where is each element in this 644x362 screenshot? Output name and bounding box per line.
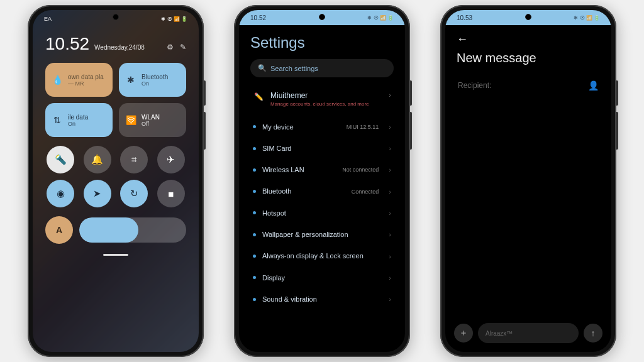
settings-list: My deviceMIUI 12.5.11›SIM Card›Wireless …	[250, 116, 394, 310]
tile-mobile-data[interactable]: ⇅ ile data On	[45, 103, 113, 137]
bullet-icon	[253, 190, 256, 193]
bullet-icon	[253, 276, 256, 279]
drag-handle[interactable]	[103, 254, 128, 256]
updown-icon: ⇅	[52, 115, 63, 125]
tile-data-plan[interactable]: 💧 own data pla — MR	[45, 63, 113, 97]
bullet-icon	[253, 211, 256, 214]
settings-row[interactable]: Always-on display & Lock screen›	[250, 245, 394, 266]
settings-row[interactable]: SIM Card›	[250, 138, 394, 159]
message-body	[445, 98, 611, 317]
tile-sub: Off	[142, 121, 160, 127]
compose-input[interactable]: Alraazx™	[478, 323, 579, 343]
row-label: Sound & vibration	[262, 295, 379, 304]
row-label: Bluetooth	[262, 187, 345, 195]
slider-fill	[79, 217, 138, 243]
phone-frame-2: 10.52 ✱ ⦿ 📶 🔋 Settings 🔍 Search settings…	[234, 5, 410, 357]
tile-label: WLAN	[142, 114, 160, 121]
time-row: 10.52 Wednesday,24/08 ⚙ ✎	[45, 34, 186, 54]
row-label: Always-on display & Lock screen	[262, 251, 379, 260]
compose-placeholder: Alraazx™	[486, 330, 513, 337]
status-icons: ✱ ⦿ 📶 🔋	[161, 16, 187, 22]
clock-date: Wednesday,24/08	[94, 44, 145, 51]
chevron-right-icon: ›	[389, 274, 391, 282]
camera-notch	[319, 14, 325, 20]
bell-toggle[interactable]: 🔔	[84, 146, 111, 173]
chevron-right-icon: ›	[389, 123, 391, 131]
page-title: New message	[457, 51, 600, 65]
phone-frame-1: EA ✱ ⦿ 📶 🔋 10.52 Wednesday,24/08 ⚙ ✎ 💧 o…	[28, 5, 204, 357]
edit-icon[interactable]: ✎	[180, 43, 186, 52]
pencil-icon: ✏️	[253, 91, 264, 102]
back-button[interactable]: ←	[457, 33, 600, 46]
settings-row[interactable]: BluetoothConnected›	[250, 180, 394, 202]
account-subtitle: Manage accounts, cloud services, and mor…	[270, 101, 369, 107]
settings-row[interactable]: Wallpaper & personalization›	[250, 224, 394, 245]
qr-toggle[interactable]: ⌗	[120, 146, 148, 173]
search-placeholder: Search settings	[270, 65, 318, 72]
brightness-slider[interactable]	[79, 217, 186, 243]
bullet-icon	[253, 255, 256, 258]
settings-screen: 10.52 ✱ ⦿ 📶 🔋 Settings 🔍 Search settings…	[239, 10, 405, 352]
row-value: MIUI 12.5.11	[347, 124, 379, 130]
auto-brightness-toggle[interactable]: A	[45, 216, 73, 244]
row-value: Not connected	[342, 167, 379, 173]
chevron-right-icon: ›	[389, 145, 391, 152]
recipient-field[interactable]: Recipient: 👤	[445, 65, 611, 98]
status-time: 10.52	[250, 14, 266, 21]
status-time: 10.53	[457, 14, 472, 21]
row-label: Hotspot	[262, 209, 379, 217]
drop-icon: 💧	[52, 75, 63, 85]
recipient-label: Recipient:	[458, 81, 491, 90]
rotate-toggle[interactable]: ↻	[120, 180, 148, 207]
carrier-label: EA	[44, 16, 52, 22]
tile-label: Bluetooth	[142, 74, 168, 80]
account-row[interactable]: ✏️ Miuithemer Manage accounts, cloud ser…	[250, 86, 394, 116]
search-icon: 🔍	[258, 64, 267, 72]
row-value: Connected	[352, 189, 379, 195]
chevron-right-icon: ›	[389, 253, 391, 260]
add-attachment-button[interactable]: ＋	[454, 324, 473, 343]
row-label: Wallpaper & personalization	[262, 230, 379, 239]
clock-time: 10.52	[45, 34, 89, 54]
chevron-right-icon: ›	[389, 209, 391, 217]
settings-row[interactable]: Display›	[250, 267, 394, 288]
tile-sub: — MR	[68, 80, 104, 87]
eye-toggle[interactable]: ◉	[47, 180, 74, 207]
settings-row[interactable]: Hotspot›	[250, 202, 394, 224]
settings-row[interactable]: Sound & vibration›	[250, 288, 394, 310]
search-settings[interactable]: 🔍 Search settings	[250, 59, 394, 77]
chevron-right-icon: ›	[389, 166, 391, 173]
flashlight-toggle[interactable]: 🔦	[47, 146, 74, 173]
camera-notch	[113, 14, 119, 20]
bluetooth-icon: ✱	[125, 75, 136, 85]
chevron-right-icon: ›	[389, 295, 391, 303]
account-name: Miuithemer	[270, 91, 369, 100]
send-button[interactable]: ↑	[584, 324, 602, 343]
row-label: Display	[262, 273, 379, 282]
location-toggle[interactable]: ➤	[84, 180, 111, 207]
contact-icon[interactable]: 👤	[588, 80, 599, 90]
record-toggle[interactable]: ■	[157, 180, 185, 207]
page-title: Settings	[250, 34, 394, 52]
bullet-icon	[253, 298, 256, 301]
camera-notch	[525, 14, 531, 20]
chevron-right-icon: ›	[389, 91, 391, 99]
bullet-icon	[253, 147, 256, 150]
settings-row[interactable]: Wireless LANNot connected›	[250, 159, 394, 180]
chevron-right-icon: ›	[389, 231, 391, 238]
phone-frame-3: 10.53 ✱ ⦿ 📶 🔋 ← New message Recipient: 👤…	[440, 5, 616, 357]
settings-row[interactable]: My deviceMIUI 12.5.11›	[250, 116, 394, 138]
control-center-screen: EA ✱ ⦿ 📶 🔋 10.52 Wednesday,24/08 ⚙ ✎ 💧 o…	[33, 10, 199, 352]
messages-screen: 10.53 ✱ ⦿ 📶 🔋 ← New message Recipient: 👤…	[445, 10, 611, 352]
bullet-icon	[253, 168, 256, 172]
tile-bluetooth[interactable]: ✱ Bluetooth On	[119, 63, 186, 97]
tile-sub: On	[68, 121, 88, 127]
airplane-toggle[interactable]: ✈	[157, 146, 185, 173]
gear-icon[interactable]: ⚙	[167, 43, 174, 52]
chevron-right-icon: ›	[389, 188, 391, 195]
tile-sub: On	[142, 80, 168, 87]
bullet-icon	[253, 125, 256, 128]
tile-wlan[interactable]: 🛜 WLAN Off	[119, 103, 186, 137]
row-label: Wireless LAN	[262, 165, 336, 174]
row-label: SIM Card	[262, 144, 379, 153]
